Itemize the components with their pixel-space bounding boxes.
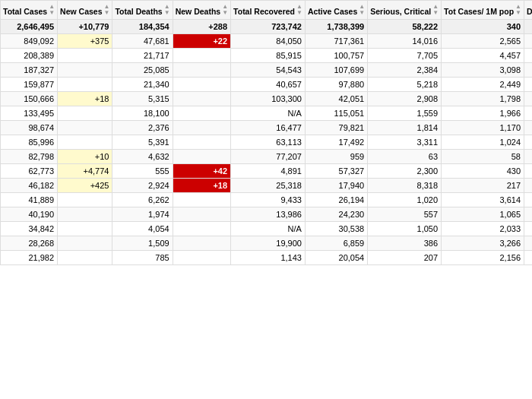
table-cell: 79,821 [305,121,367,135]
table-cell: 21,982 [1,251,58,265]
table-cell: 25,318 [231,179,306,193]
table-cell: 41,889 [1,193,58,207]
table-cell [58,207,112,222]
table-cell: 26,194 [305,193,367,207]
col-header-serious-critical[interactable]: Serious, Critical▲▼ [368,1,442,20]
table-cell [58,222,112,236]
table-cell: 959 [305,150,367,164]
table-row: 208,38921,71785,915100,7577,7054,4574649… [1,49,533,63]
table-cell: 98,674 [1,121,58,135]
summary-cell: 340 [442,20,524,34]
table-cell: 18,100 [112,106,173,121]
table-cell [173,236,230,251]
table-cell: 785 [112,251,173,265]
table-cell: 3,614 [442,193,524,207]
table-cell: 849,092 [1,34,58,49]
summary-cell: 1,738,399 [305,20,367,34]
table-cell: 107,699 [305,63,367,78]
col-header-total-deaths[interactable]: Total Deaths▲▼ [112,1,173,20]
table-cell: 77 [524,251,533,265]
table-cell: 82,798 [1,150,58,164]
table-cell: +18 [58,92,112,106]
table-cell: 207 [368,251,442,265]
table-cell: 25,085 [112,63,173,78]
table-cell: 2,565 [442,34,524,49]
table-row: 41,8896,2629,43326,1941,0203,614540171,4… [1,193,533,207]
table-cell: +425 [58,179,112,193]
table-cell: 1,559 [368,106,442,121]
table-cell: 103,300 [231,92,306,106]
table-cell: 187,327 [1,63,58,78]
table-cell: 63 [368,150,442,164]
table-cell: 1,170 [442,121,524,135]
table-cell: 1,966 [442,106,524,121]
table-cell [58,121,112,135]
table-cell: 2,376 [112,121,173,135]
table-cell: 34,842 [1,222,58,236]
table-cell [58,63,112,78]
col-header-deaths-m[interactable]: Deaths/ 1M pop▲▼ [524,1,533,20]
table-cell: 14 [524,179,533,193]
table-cell: 28,268 [1,236,58,251]
table-cell: 1,974 [112,207,173,222]
table-cell: 64 [524,135,533,150]
table-cell: 208,389 [1,49,58,63]
col-header-active-cases[interactable]: Active Cases▲▼ [305,1,367,20]
table-cell: 133,495 [1,106,58,121]
table-cell: 58 [442,150,524,164]
table-cell: 1,798 [442,92,524,106]
table-cell: 100,757 [305,49,367,63]
summary-cell: 723,742 [231,20,306,34]
summary-cell: +10,779 [58,20,112,34]
table-cell: 3,266 [442,236,524,251]
table-cell: 21,717 [112,49,173,63]
table-cell [173,63,230,78]
table-cell: +18 [173,179,230,193]
table-cell: 2,449 [442,78,524,92]
summary-row: 2,646,495+10,779184,354+288723,7421,738,… [1,20,533,34]
table-row: 40,1901,97413,98624,2305571,06552612,192 [1,207,533,222]
table-cell: 555 [112,164,173,179]
table-cell: 2,156 [442,251,524,265]
table-row: 187,32725,08554,543107,6992,3843,0984151… [1,63,533,78]
table-cell [58,49,112,63]
table-row: 849,092+37547,681+2284,050717,36114,0162… [1,34,533,49]
table-cell: 42,051 [305,92,367,106]
col-header-new-cases[interactable]: New Cases▲▼ [58,1,112,20]
table-cell: 63 [524,92,533,106]
table-row: 82,798+104,63277,20795963583 [1,150,533,164]
table-cell: 5,391 [112,135,173,150]
table-cell: 217 [442,179,524,193]
table-cell: +10 [58,150,112,164]
table-cell [58,106,112,121]
table-cell: 4,054 [112,222,173,236]
table-row: 46,182+4252,924+1825,31817,9408,31821714… [1,179,533,193]
table-cell: 4,632 [112,150,173,164]
table-cell: 267 [524,106,533,121]
table-cell: 430 [442,164,524,179]
col-header-new-deaths[interactable]: New Deaths▲▼ [173,1,230,20]
col-header-total-cases[interactable]: Total Cases▲▼ [1,1,58,20]
table-row: 28,2681,50919,9006,8593863,266174227,554 [1,236,533,251]
table-cell [173,207,230,222]
table-cell: 30,538 [305,222,367,236]
table-cell [173,92,230,106]
table-cell: 17,940 [305,179,367,193]
table-cell [58,78,112,92]
table-cell: 3 [524,150,533,164]
summary-cell: +288 [173,20,230,34]
table-cell: 63,113 [231,135,306,150]
table-cell: 1,065 [442,207,524,222]
table-cell [58,193,112,207]
table-cell [173,135,230,150]
col-header-tot-cases-m[interactable]: Tot Cases/ 1M pop▲▼ [442,1,524,20]
table-cell: 40,657 [231,78,306,92]
table-cell: 2,908 [368,92,442,106]
table-cell: 150,666 [1,92,58,106]
table-cell: 540 [524,193,533,207]
table-cell: 40,190 [1,207,58,222]
col-header-total-recovered[interactable]: Total Recovered▲▼ [231,1,306,20]
table-cell: 237 [524,222,533,236]
table-cell: 1,814 [368,121,442,135]
table-cell: 62,773 [1,164,58,179]
